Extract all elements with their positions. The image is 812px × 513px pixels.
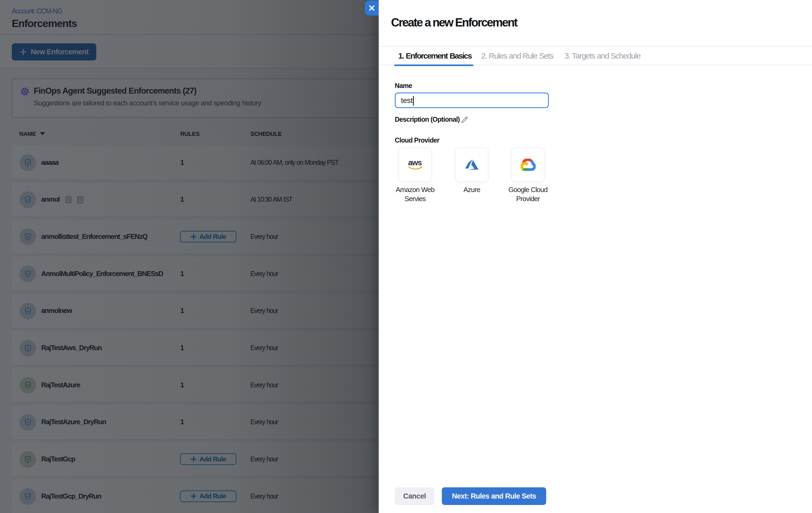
svg-text:aws: aws (408, 159, 422, 167)
